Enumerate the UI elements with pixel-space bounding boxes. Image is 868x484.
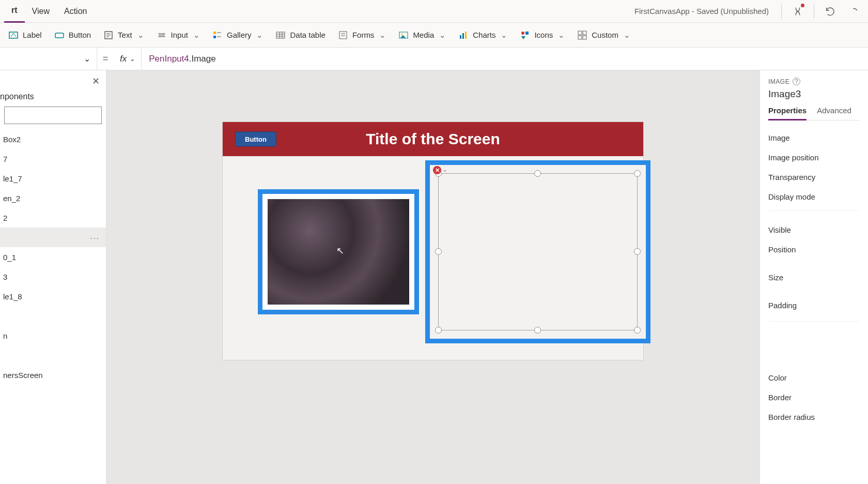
custom-icon [577,30,587,40]
ribbon-button[interactable]: Button [54,30,91,40]
tree-node[interactable]: ··· [0,228,106,247]
equals-label: = [97,53,114,64]
tree-node[interactable]: Box2 [0,129,106,149]
fx-label: fx [120,54,127,64]
tree-node-label: 2 [3,214,7,222]
ribbon-input[interactable]: Input ⌄ [157,30,200,40]
datatable-icon [275,30,286,40]
tree-node[interactable]: 2 [0,208,106,228]
object-name[interactable]: Image3 [768,88,860,100]
svg-rect-31 [578,36,582,39]
formula-token-ref: PenInput4 [149,54,189,64]
property-row[interactable]: Transparency [768,167,860,187]
property-row[interactable]: Border [768,387,860,407]
property-row[interactable]: Display mode [768,187,860,206]
property-row[interactable]: Border radius [768,407,860,427]
text-icon [103,30,114,40]
tree-node[interactable] [0,345,106,365]
svg-rect-28 [525,32,529,35]
screen-button[interactable]: Button [235,132,276,147]
gap [768,259,860,267]
chevron-down-icon: ⌄ [137,31,144,40]
app-screen[interactable]: Button Title of the Screen ↖ ✕ ⌄ [223,122,643,360]
resize-handle[interactable] [534,327,541,334]
property-row[interactable]: Position [768,239,860,259]
formula-input[interactable]: PenInput4.Image [142,53,868,64]
ribbon-forms[interactable]: Forms ⌄ [338,30,386,40]
tree-node[interactable] [0,306,106,326]
property-row[interactable]: Padding [768,295,860,315]
property-selector[interactable]: ⌄ [0,48,97,70]
divider [768,210,860,220]
tree-search-input[interactable] [4,107,102,124]
svg-rect-30 [583,31,586,35]
tab-properties[interactable]: Properties [768,106,807,120]
property-row[interactable]: Size [768,267,860,287]
properties-panel: IMAGE ? Image3 Properties Advanced Image… [760,70,868,484]
more-icon[interactable]: ··· [90,233,100,242]
menu-tabs: rt View Action [4,0,94,23]
formula-token-prop: .Image [189,54,216,64]
chevron-down-icon: ⌄ [439,31,446,40]
ribbon-label[interactable]: Label [8,30,42,40]
error-badge-icon[interactable]: ✕ [433,166,441,174]
chevron-down-icon: ⌄ [501,31,507,40]
tree-node-label: en_2 [3,194,20,203]
tree-node[interactable]: nersScreen [0,365,106,385]
chevron-down-icon[interactable]: ⌄ [442,166,447,173]
app-checker-icon[interactable] [789,3,807,20]
divider [768,321,860,368]
ribbon-label-text: Media [413,31,434,39]
svg-rect-11 [213,36,216,38]
ribbon-charts[interactable]: Charts ⌄ [458,30,507,40]
close-icon[interactable]: ✕ [92,75,100,87]
tree-node[interactable]: n [0,326,106,345]
image-control-selected[interactable]: ✕ ⌄ [425,160,650,343]
canvas-area[interactable]: Button Title of the Screen ↖ ✕ ⌄ [106,70,760,484]
tree-node[interactable]: le1_8 [0,286,106,306]
property-row[interactable]: Image position [768,147,860,167]
selection-box[interactable] [438,173,638,330]
tab-advanced[interactable]: Advanced [817,106,851,120]
redo-icon[interactable] [846,3,864,20]
resize-handle[interactable] [435,248,442,255]
ribbon-label-text: Icons [534,31,553,39]
tree-node-label: n [3,331,7,340]
ribbon-datatable[interactable]: Data table [275,30,325,40]
image-control-1[interactable] [258,189,419,314]
ribbon-gallery[interactable]: Gallery ⌄ [212,30,264,40]
ribbon-media[interactable]: Media ⌄ [398,30,446,40]
property-row[interactable]: Color [768,368,860,387]
resize-handle[interactable] [435,327,442,334]
tree-node[interactable]: 3 [0,267,106,286]
ribbon-icons[interactable]: Icons ⌄ [520,30,565,40]
formula-bar: ⌄ = fx ⌄ PenInput4.Image [0,48,868,70]
tree-node[interactable]: 7 [0,149,106,169]
tree-node[interactable]: en_2 [0,188,106,208]
chevron-down-icon: ⌄ [379,31,386,40]
property-row[interactable]: Image [768,128,860,147]
help-icon[interactable]: ? [793,78,800,85]
tree-tab-components[interactable]: nponents [0,89,106,107]
property-row[interactable]: Visible [768,220,860,239]
tree-node[interactable]: 0_1 [0,247,106,267]
screen-title: Title of the Screen [223,130,643,148]
menu-tab-insert[interactable]: rt [4,0,25,23]
svg-rect-29 [578,31,582,35]
ribbon-text[interactable]: Text ⌄ [103,30,144,40]
svg-rect-26 [465,32,467,39]
resize-handle[interactable] [634,327,641,334]
menu-tab-action[interactable]: Action [57,0,94,23]
ribbon-custom[interactable]: Custom ⌄ [577,30,630,40]
tree-node[interactable]: le1_7 [0,169,106,188]
tree-node-label: 3 [3,273,7,281]
fx-button[interactable]: fx ⌄ [114,48,142,70]
resize-handle[interactable] [634,248,641,255]
resize-handle[interactable] [534,170,541,177]
icons-icon [520,30,530,40]
resize-handle[interactable] [634,170,641,177]
tree-node-label: nersScreen [3,371,43,380]
main-area: ✕ nponents Box27le1_7en_22···0_13le1_8nn… [0,70,868,484]
menu-tab-view[interactable]: View [25,0,57,23]
undo-icon[interactable] [822,3,839,20]
